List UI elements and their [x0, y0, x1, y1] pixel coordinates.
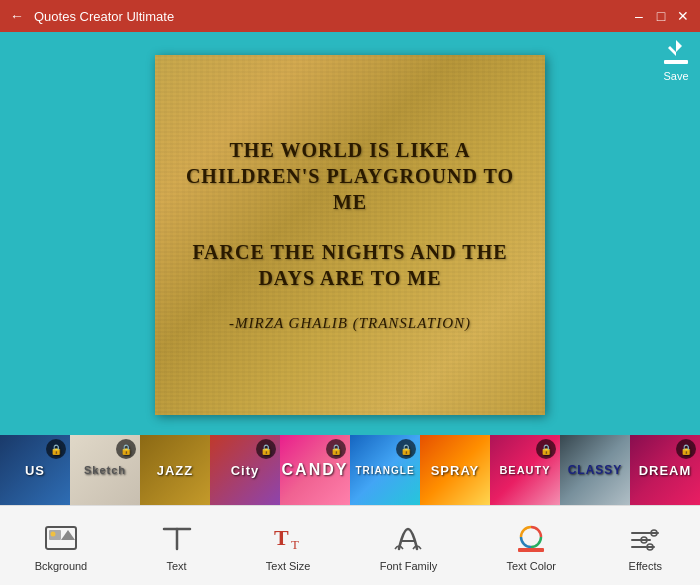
title-bar-left: ← Quotes Creator Ultimate	[8, 7, 174, 25]
theme-jazz[interactable]: JAZZ	[140, 435, 210, 505]
text-tool[interactable]: Text	[147, 514, 207, 578]
textsize-tool[interactable]: T T Text Size	[256, 514, 321, 578]
effects-label: Effects	[629, 560, 662, 572]
title-bar-controls: – □ ✕	[630, 7, 692, 25]
fontfamily-icon	[390, 520, 426, 556]
theme-triangle[interactable]: TRIANGLE 🔒	[350, 435, 420, 505]
svg-text:T: T	[291, 537, 299, 552]
textcolor-label: Text Color	[506, 560, 556, 572]
lock-icon: 🔒	[256, 439, 276, 459]
theme-dream[interactable]: DREAM 🔒	[630, 435, 700, 505]
background-tool[interactable]: Bckground	[25, 514, 98, 578]
text-label: Text	[166, 560, 186, 572]
textcolor-tool[interactable]: Text Color	[496, 514, 566, 578]
fontfamily-label: Font Family	[380, 560, 437, 572]
save-label: Save	[663, 70, 688, 82]
quote-main-line: The World Is Like A Children's Playgroun…	[186, 137, 514, 215]
theme-classy[interactable]: CLASSY	[560, 435, 630, 505]
text-icon	[159, 520, 195, 556]
effects-tool[interactable]: Effects	[615, 514, 675, 578]
canvas-wrapper: The World Is Like A Children's Playgroun…	[0, 32, 700, 435]
svg-text:T: T	[274, 525, 289, 550]
quote-second-line: Farce The Nights And The Days Are To Me	[186, 239, 514, 291]
background-label: Bckground	[35, 560, 88, 572]
textcolor-icon	[513, 520, 549, 556]
lock-icon: 🔒	[46, 439, 66, 459]
lock-icon: 🔒	[116, 439, 136, 459]
svg-rect-0	[664, 60, 688, 64]
background-icon	[43, 520, 79, 556]
minimize-button[interactable]: –	[630, 7, 648, 25]
close-button[interactable]: ✕	[674, 7, 692, 25]
app-title: Quotes Creator Ultimate	[34, 9, 174, 24]
lock-icon: 🔒	[326, 439, 346, 459]
save-icon	[660, 36, 692, 68]
themes-strip: US 🔒 Sketch 🔒 JAZZ City 🔒 CANDY 🔒	[0, 435, 700, 505]
svg-point-5	[50, 531, 55, 536]
theme-beauty[interactable]: BEAUTY 🔒	[490, 435, 560, 505]
svg-marker-1	[668, 40, 684, 56]
main-area: Save The World Is Like A Children's Play…	[0, 32, 700, 505]
lock-icon: 🔒	[536, 439, 556, 459]
theme-spray[interactable]: SPRAY	[420, 435, 490, 505]
effects-icon	[627, 520, 663, 556]
textsize-label: Text Size	[266, 560, 311, 572]
svg-marker-4	[61, 530, 75, 540]
fontfamily-tool[interactable]: Font Family	[370, 514, 447, 578]
theme-sketch[interactable]: Sketch 🔒	[70, 435, 140, 505]
save-button[interactable]: Save	[660, 36, 692, 82]
back-button[interactable]: ←	[8, 7, 26, 25]
svg-rect-12	[518, 548, 544, 552]
quote-canvas: The World Is Like A Children's Playgroun…	[155, 55, 545, 415]
theme-candy[interactable]: CANDY 🔒	[280, 435, 350, 505]
lock-icon: 🔒	[676, 439, 696, 459]
lock-icon: 🔒	[396, 439, 416, 459]
quote-text: The World Is Like A Children's Playgroun…	[156, 117, 544, 352]
theme-us[interactable]: US 🔒	[0, 435, 70, 505]
bottom-toolbar: Bckground Text T T Text Size	[0, 505, 700, 585]
theme-city[interactable]: City 🔒	[210, 435, 280, 505]
title-bar: ← Quotes Creator Ultimate – □ ✕	[0, 0, 700, 32]
maximize-button[interactable]: □	[652, 7, 670, 25]
quote-author: -Mirza Ghalib (Translation)	[186, 315, 514, 332]
textsize-icon: T T	[270, 520, 306, 556]
